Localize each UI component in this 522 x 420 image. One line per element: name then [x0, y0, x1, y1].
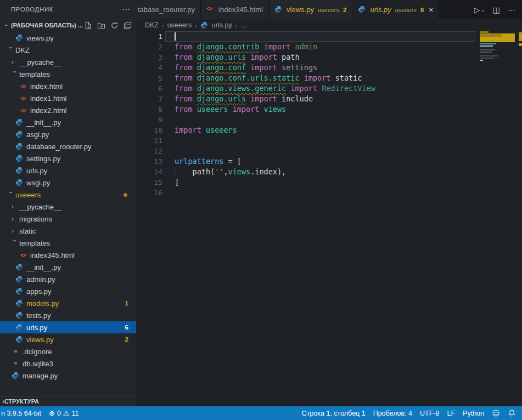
tree-file-urls-py[interactable]: urls.py: [0, 164, 136, 177]
language-mode-status[interactable]: Python: [459, 406, 488, 420]
tree-item-label: apps.py: [26, 287, 52, 296]
html-icon: <>: [19, 94, 27, 103]
chevron-right-icon: ›: [12, 215, 18, 223]
indentation-status[interactable]: Пробелов: 4: [369, 406, 416, 420]
code-line-11[interactable]: 11: [136, 135, 479, 146]
python-icon: [15, 323, 24, 332]
code-line-16[interactable]: 16: [136, 188, 479, 198]
tree-file-index1-html[interactable]: <>index1.html: [0, 92, 136, 104]
new-folder-icon[interactable]: [97, 21, 105, 30]
tree-file--init-py[interactable]: __init__.py: [0, 261, 136, 273]
code-line-1[interactable]: 1: [136, 31, 479, 42]
eol-status[interactable]: LF: [443, 406, 459, 420]
tree-file--init-py[interactable]: __init__.py: [0, 116, 136, 128]
code-line-7[interactable]: 7from django.urls import include: [136, 94, 479, 104]
refresh-icon[interactable]: [110, 21, 119, 30]
tree-folder-dkz[interactable]: ›DKZ: [0, 44, 136, 56]
tree-file-views-py[interactable]: views.py2: [0, 333, 136, 345]
new-file-icon[interactable]: [84, 21, 92, 30]
breadcrumb-item[interactable]: DKZ: [145, 21, 159, 29]
workspace-section-header[interactable]: › (РАБОЧАЯ ОБЛАСТЬ) ...: [0, 19, 136, 32]
explorer-more-icon[interactable]: ⋯: [122, 4, 131, 14]
python-icon: [274, 5, 283, 14]
code-editor[interactable]: 12from django.contrib import admin3from …: [136, 31, 479, 406]
tree-folder-templates[interactable]: ›templates: [0, 68, 136, 80]
outline-section-header[interactable]: › СТРУКТУРА: [0, 396, 136, 406]
html-icon: <>: [19, 106, 27, 115]
tree-folder-useeers[interactable]: ›useeers: [0, 189, 136, 201]
problems-status[interactable]: ⊗ 0 ⚠ 11: [45, 406, 83, 420]
tree-file-manage-py[interactable]: manage.py: [0, 370, 136, 382]
run-dropdown-icon[interactable]: ⌄: [481, 7, 485, 13]
tree-file-index345-html[interactable]: <>index345.html: [0, 249, 136, 261]
code-line-3[interactable]: 3from django.urls import path: [136, 52, 479, 63]
tab-views-py[interactable]: views.pyuseeers2: [269, 0, 352, 19]
line-number: 7: [136, 94, 162, 104]
tree-file-index2-html[interactable]: <>index2.html: [0, 104, 136, 116]
tree-file-admin-py[interactable]: admin.py: [0, 273, 136, 285]
run-button[interactable]: ▷⌄: [474, 5, 485, 14]
code-line-5[interactable]: 5from django.conf.urls.static import sta…: [136, 73, 479, 83]
tree-file-database-roouter-py[interactable]: database_roouter.py: [0, 140, 136, 152]
tab-description: useeers: [318, 7, 339, 13]
tree-file-apps-py[interactable]: apps.py: [0, 285, 136, 297]
tab-problems-badge: 6: [420, 7, 424, 13]
overview-warning-mark: [519, 43, 522, 46]
code-line-13[interactable]: 13urlpatterns = [: [136, 156, 479, 167]
overview-ruler[interactable]: [519, 19, 522, 406]
tree-file--dcignore[interactable]: ≡.dcignore: [0, 345, 136, 357]
tree-file-index-html[interactable]: <>index.html: [0, 80, 136, 92]
python-icon: [15, 275, 24, 283]
tree-folder-static[interactable]: ›static: [0, 225, 136, 237]
split-editor-icon[interactable]: ◫: [493, 5, 500, 14]
tree-file-wsgi-py[interactable]: wsgi.py: [0, 177, 136, 189]
code-line-2[interactable]: 2from django.contrib import admin: [136, 42, 479, 52]
feedback-icon[interactable]: [488, 406, 504, 420]
python-interpreter-status[interactable]: n 3.9.5 64-bit: [0, 406, 45, 420]
python-icon: [15, 299, 24, 308]
breadcrumb-item[interactable]: useeers: [167, 21, 192, 29]
tab-index345-html[interactable]: <>index345.html: [201, 0, 269, 19]
tree-item-label: static: [19, 227, 36, 235]
code-line-6[interactable]: 6from django.views.generic import Redire…: [136, 83, 479, 94]
tree-file-views-py[interactable]: views.py: [0, 32, 136, 44]
editor-more-icon[interactable]: ⋯: [508, 5, 515, 14]
tab-urls-py[interactable]: urls.pyuseeers6×: [352, 0, 439, 19]
code-line-10[interactable]: 10import useeers: [136, 125, 479, 135]
tree-folder-templates[interactable]: ›templates: [0, 237, 136, 249]
code-line-15[interactable]: 15]: [136, 177, 479, 188]
code-line-14[interactable]: 14 path('',views.index),: [136, 167, 479, 177]
close-icon[interactable]: ×: [429, 5, 433, 14]
code-line-12[interactable]: 12: [136, 146, 479, 156]
tree-file-db-sqlite3[interactable]: ≡db.sqlite3: [0, 357, 136, 370]
tree-file-asgi-py[interactable]: asgi.py: [0, 128, 136, 140]
breadcrumb-item[interactable]: ...: [240, 21, 246, 29]
minimap[interactable]: [479, 31, 519, 406]
tab-description: useeers: [395, 7, 417, 13]
collapse-all-icon[interactable]: [124, 21, 132, 30]
line-number: 9: [136, 115, 162, 125]
line-number: 12: [136, 146, 162, 156]
tree-file-models-py[interactable]: models.py1: [0, 297, 136, 309]
minimap-mark: [480, 60, 483, 61]
encoding-status[interactable]: UTF-8: [416, 406, 443, 420]
modified-dot: [124, 193, 127, 197]
tab-label: views.py: [287, 5, 314, 14]
code-line-9[interactable]: 9: [136, 115, 479, 125]
breadcrumb-item[interactable]: urls.py: [212, 21, 232, 29]
tree-folder--pycache-[interactable]: ›__pycache__: [0, 201, 136, 213]
line-number: 15: [136, 177, 162, 188]
html-icon: <>: [206, 5, 215, 14]
code-line-4[interactable]: 4from django.conf import settings: [136, 63, 479, 73]
tab-tabase-roouter-py[interactable]: tabase_roouter.py: [136, 0, 201, 19]
notifications-bell-icon[interactable]: [504, 406, 520, 420]
tree-file-urls-py[interactable]: urls.py6: [0, 321, 136, 333]
cursor-position-status[interactable]: Строка 1, столбец 1: [298, 406, 369, 420]
overview-warning-mark: [519, 32, 522, 41]
code-line-8[interactable]: 8from useeers import views: [136, 104, 479, 115]
tree-folder-migrations[interactable]: ›migrations: [0, 213, 136, 225]
minimap-mark: [480, 49, 495, 50]
tree-file-tests-py[interactable]: tests.py: [0, 309, 136, 321]
tree-file-settings-py[interactable]: settings.py: [0, 152, 136, 164]
tree-folder--pycache-[interactable]: ›__pycache__: [0, 56, 136, 68]
